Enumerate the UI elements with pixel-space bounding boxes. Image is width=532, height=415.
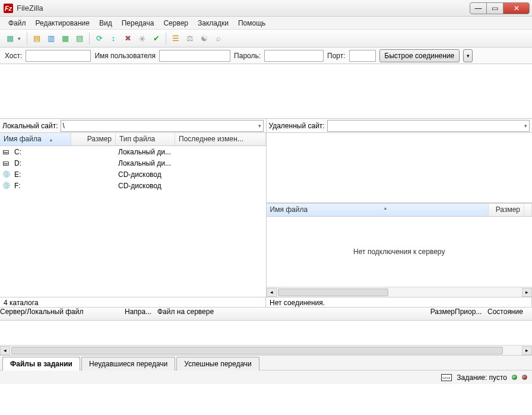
message-log[interactable] — [0, 64, 532, 119]
toggle-log-button[interactable]: ▤ — [30, 32, 43, 45]
col-size[interactable]: Размер — [422, 308, 455, 320]
local-site-combo[interactable]: \ ▾ — [61, 120, 264, 132]
item-name: C: — [14, 148, 74, 156]
item-name: F: — [14, 182, 74, 190]
tab-successful[interactable]: Успешные передачи — [176, 357, 259, 370]
toolbar: ▦ ▾ ▤ ▥ ▦ ▧ ⟳ ↕ ✖ ⚹ ✔ ☰ ⚖ ☯ ⌕ — [0, 30, 532, 47]
separator-icon — [166, 33, 166, 45]
chevron-down-icon: ▾ — [258, 123, 261, 129]
col-remote-file[interactable]: Файл на сервере — [157, 308, 422, 320]
tab-queued[interactable]: Файлы в задании — [2, 357, 80, 370]
list-item[interactable]: 🖴D:Локальный ди... — [0, 157, 266, 169]
site-manager-button[interactable]: ▦ — [4, 32, 17, 45]
minimize-button[interactable]: — — [470, 2, 487, 14]
queue-header: Сервер/Локальный файл Напра... Файл на с… — [0, 308, 532, 321]
filter-button[interactable]: ☰ — [169, 32, 182, 45]
local-site-bar: Локальный сайт: \ ▾ — [0, 119, 266, 133]
quickconnect-dropdown[interactable]: ▾ — [463, 49, 473, 62]
toggle-tree-button[interactable]: ▥ — [45, 32, 58, 45]
drive-icon: 💿 — [2, 182, 12, 190]
username-input[interactable] — [159, 50, 230, 62]
menu-bookmarks[interactable]: Закладки — [193, 17, 233, 29]
site-manager-dropdown[interactable]: ▾ — [18, 36, 24, 42]
col-modified[interactable]: Последнее измен... — [175, 133, 266, 145]
username-label: Имя пользователя — [94, 52, 156, 60]
col-name[interactable]: Имя файла▴ — [267, 204, 489, 216]
remote-list-header: Имя файла▴ Размер — [267, 204, 533, 217]
item-name: D: — [14, 159, 74, 167]
refresh-button[interactable]: ⟳ — [93, 32, 106, 45]
scroll-left-icon[interactable]: ◂ — [0, 346, 10, 355]
menu-server[interactable]: Сервер — [159, 17, 193, 29]
item-type: Локальный ди... — [118, 148, 178, 156]
close-button[interactable]: ✕ — [503, 2, 530, 14]
reconnect-button[interactable]: ✔ — [150, 32, 163, 45]
menu-help[interactable]: Помощь — [233, 17, 270, 29]
process-queue-button[interactable]: ↕ — [107, 32, 120, 45]
drive-icon: 💿 — [2, 170, 12, 179]
menu-edit[interactable]: Редактирование — [31, 17, 94, 29]
sync-browse-button[interactable]: ☯ — [198, 32, 211, 45]
scroll-right-icon[interactable]: ▸ — [522, 288, 532, 297]
list-item[interactable]: 🖴C:Локальный ди... — [0, 146, 266, 157]
app-icon: Fz — [4, 4, 13, 13]
menu-transfer[interactable]: Передача — [117, 17, 159, 29]
quickconnect-button[interactable]: Быстрое соединение — [379, 49, 460, 62]
password-label: Пароль: — [234, 52, 261, 60]
cancel-button[interactable]: ✖ — [121, 32, 134, 45]
remote-empty-message: Нет подключения к серверу — [267, 217, 533, 287]
col-size[interactable]: Размер — [71, 133, 116, 145]
col-name[interactable]: Имя файла▴ — [0, 133, 71, 145]
remote-site-label: Удаленный сайт: — [269, 122, 325, 130]
queue-tabs: Файлы в задании Неудавшиеся передачи Усп… — [0, 355, 532, 370]
sort-asc-icon: ▴ — [384, 205, 387, 211]
col-type[interactable]: Тип файла — [116, 133, 175, 145]
menu-view[interactable]: Вид — [94, 17, 117, 29]
drive-icon: 🖴 — [2, 148, 12, 156]
col-size[interactable]: Размер — [489, 204, 524, 216]
chevron-down-icon: ▾ — [524, 123, 527, 129]
scroll-right-icon[interactable]: ▸ — [522, 346, 532, 355]
host-input[interactable] — [26, 50, 91, 62]
item-type: CD-дисковод — [118, 170, 178, 179]
col-status[interactable]: Состояние — [487, 308, 532, 320]
queue-status-label: Задание: пусто — [457, 373, 507, 382]
remote-summary: Нет соединения. — [266, 297, 532, 307]
title-bar: Fz FileZilla — ▭ ✕ — [0, 0, 532, 17]
list-item[interactable]: 💿F:CD-дисковод — [0, 180, 266, 191]
activity-led-recv-icon — [512, 375, 517, 380]
local-list[interactable]: 🖴C:Локальный ди...🖴D:Локальный ди...💿E:C… — [0, 146, 266, 297]
tab-failed[interactable]: Неудавшиеся передачи — [81, 357, 175, 370]
item-name: E: — [14, 170, 74, 179]
port-input[interactable] — [349, 50, 376, 62]
list-item[interactable]: 💿E:CD-дисковод — [0, 169, 266, 180]
port-label: Порт: — [327, 52, 346, 60]
password-input[interactable] — [264, 50, 324, 62]
local-site-path: \ — [63, 122, 65, 130]
separator-icon — [27, 33, 27, 45]
col-direction[interactable]: Напра... — [125, 308, 157, 320]
activity-led-send-icon — [522, 375, 527, 380]
col-priority[interactable]: Приор... — [455, 308, 487, 320]
remote-scrollbar[interactable]: ◂ ▸ — [267, 287, 533, 297]
remote-site-combo[interactable]: ▾ — [327, 120, 530, 132]
disconnect-button[interactable]: ⚹ — [135, 32, 148, 45]
summary-strip: 4 каталога Нет соединения. — [0, 297, 532, 308]
status-bar: ▭▭ Задание: пусто — [0, 370, 532, 384]
col-more[interactable] — [524, 204, 532, 216]
drive-icon: 🖴 — [2, 159, 12, 167]
separator-icon — [89, 33, 90, 45]
window-title: FileZilla — [17, 4, 470, 12]
scroll-left-icon[interactable]: ◂ — [267, 288, 277, 297]
maximize-button[interactable]: ▭ — [486, 2, 504, 14]
remote-tree[interactable] — [267, 133, 533, 203]
queue-list[interactable] — [0, 321, 532, 345]
toggle-remote-tree-button[interactable]: ▧ — [73, 32, 86, 45]
queue-scrollbar[interactable]: ◂ ▸ — [0, 345, 532, 355]
menu-bar: Файл Редактирование Вид Передача Сервер … — [0, 17, 532, 30]
toggle-queue-button[interactable]: ▦ — [59, 32, 72, 45]
menu-file[interactable]: Файл — [4, 17, 31, 29]
col-server[interactable]: Сервер/Локальный файл — [0, 308, 125, 320]
compare-button[interactable]: ⚖ — [183, 32, 197, 45]
search-button[interactable]: ⌕ — [212, 32, 225, 45]
